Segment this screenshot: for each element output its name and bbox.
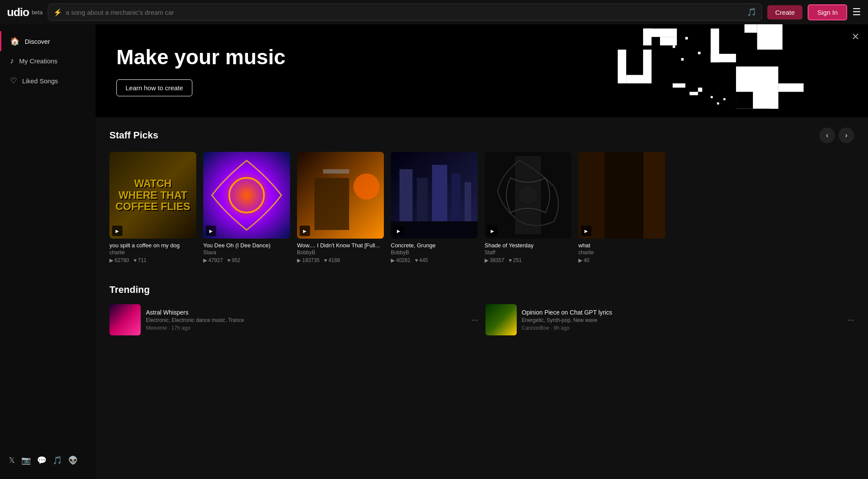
- card-thumbnail[interactable]: ▶: [297, 152, 384, 239]
- play-icon: ▶: [391, 257, 395, 263]
- logo-text: udio: [7, 6, 29, 19]
- more-options-button[interactable]: ···: [472, 315, 478, 325]
- like-count: ♥952: [227, 257, 240, 263]
- svg-rect-6: [673, 46, 675, 48]
- play-button[interactable]: ▶: [393, 226, 404, 236]
- staff-pick-card[interactable]: ▶ Concrete, Grunge BobbyB ▶40281 ♥445: [391, 152, 478, 263]
- play-icon: ▶: [203, 257, 207, 263]
- next-button[interactable]: ›: [838, 128, 854, 143]
- hero-svg: [443, 24, 868, 117]
- heart-icon: ♥: [415, 257, 418, 263]
- svg-rect-32: [417, 178, 428, 221]
- sidebar-item-discover[interactable]: 🏠 Discover: [0, 31, 96, 51]
- discord-icon[interactable]: 💬: [37, 456, 46, 465]
- trending-item[interactable]: Opinion Piece on Chat GPT lyrics Energet…: [485, 304, 855, 335]
- sidebar-item-my-creations[interactable]: ♪ My Creations: [0, 51, 96, 71]
- learn-button[interactable]: Learn how to create: [116, 79, 192, 96]
- search-bar: ⚡ 🎵: [48, 3, 762, 21]
- card-thumbnail[interactable]: ▶: [485, 152, 571, 239]
- svg-rect-35: [465, 182, 471, 221]
- svg-point-39: [519, 187, 537, 204]
- card-author: charlie: [109, 249, 196, 256]
- menu-button[interactable]: ☰: [852, 7, 861, 18]
- play-button[interactable]: ▶: [112, 226, 122, 236]
- tiktok-icon[interactable]: 🎵: [53, 456, 62, 465]
- signin-button[interactable]: Sign In: [808, 4, 847, 20]
- svg-rect-9: [681, 58, 683, 61]
- heart-icon: ♥: [133, 257, 136, 263]
- prev-button[interactable]: ‹: [819, 128, 835, 143]
- camera-icon[interactable]: 🎵: [747, 7, 756, 17]
- staff-pick-card[interactable]: ▶ You Dee Oh (I Dee Dance) Slava ▶47927 …: [203, 152, 290, 263]
- trending-thumbnail: [485, 304, 517, 335]
- sidebar-label-liked-songs: Liked Songs: [22, 77, 58, 85]
- card-stats: ▶38357 ♥251: [485, 257, 571, 263]
- svg-rect-42: [644, 152, 665, 239]
- sidebar-label-discover: Discover: [25, 38, 50, 45]
- svg-rect-22: [717, 102, 719, 105]
- card-stats: ▶183735 ♥4188: [297, 257, 384, 263]
- play-icon: ▶: [578, 257, 582, 263]
- card-thumb-image: WATCH WHERE THAT COFFEE FLIES: [109, 152, 196, 239]
- staff-pick-card[interactable]: ▶ Shade of Yesterday Staff ▶38357 ♥251: [485, 152, 571, 263]
- play-count: ▶38357: [485, 257, 504, 263]
- play-button[interactable]: ▶: [581, 226, 591, 236]
- hero-content: Make your music Learn how to create: [116, 45, 285, 96]
- card-thumb-text: WATCH WHERE THAT COFFEE FLIES: [109, 174, 196, 217]
- home-icon: 🏠: [10, 36, 20, 46]
- svg-rect-15: [698, 88, 702, 92]
- play-button[interactable]: ▶: [206, 226, 216, 236]
- like-count: ♥711: [133, 257, 146, 263]
- like-count: ♥251: [508, 257, 521, 263]
- trending-item[interactable]: Astral Whispers Electronic, Electronic d…: [109, 304, 479, 335]
- trending-meta: Meevime · 17h ago: [146, 325, 466, 331]
- svg-rect-1: [643, 29, 651, 46]
- more-options-button[interactable]: ···: [848, 315, 854, 325]
- trending-title: Astral Whispers: [146, 309, 466, 316]
- layout: 🏠 Discover ♪ My Creations ♡ Liked Songs …: [0, 24, 868, 479]
- card-thumbnail[interactable]: ▶: [578, 152, 665, 239]
- staff-pick-card[interactable]: ▶ what charlie ▶40: [578, 152, 665, 263]
- svg-rect-21: [710, 96, 713, 98]
- hero-banner: Make your music Learn how to create: [96, 24, 868, 117]
- card-title: You Dee Oh (I Dee Dance): [203, 242, 290, 249]
- svg-rect-4: [626, 75, 643, 83]
- card-thumbnail[interactable]: ▶: [203, 152, 290, 239]
- svg-rect-16: [690, 92, 698, 95]
- sidebar-footer: 𝕏 📷 💬 🎵 👽: [0, 449, 96, 472]
- svg-rect-3: [617, 49, 626, 83]
- svg-rect-31: [399, 169, 413, 221]
- twitter-icon[interactable]: 𝕏: [9, 456, 15, 465]
- play-count: ▶47927: [203, 257, 223, 263]
- trending-grid: Astral Whispers Electronic, Electronic d…: [109, 304, 854, 335]
- card-title: Concrete, Grunge: [391, 242, 478, 249]
- sidebar-item-liked-songs[interactable]: ♡ Liked Songs: [0, 71, 96, 91]
- play-button[interactable]: ▶: [300, 226, 310, 236]
- trending-info: Opinion Piece on Chat GPT lyrics Energet…: [522, 309, 842, 331]
- staff-pick-card[interactable]: WATCH WHERE THAT COFFEE FLIES ▶ you spil…: [109, 152, 196, 263]
- reddit-icon[interactable]: 👽: [68, 456, 78, 465]
- hero-title: Make your music: [116, 45, 285, 69]
- search-input[interactable]: [66, 9, 743, 16]
- close-icon[interactable]: ✕: [851, 31, 859, 43]
- card-title: Wow.... I Didn't Know That [Full...: [297, 242, 384, 249]
- create-button[interactable]: Create: [767, 5, 802, 20]
- svg-rect-11: [710, 54, 736, 62]
- svg-rect-14: [673, 83, 685, 88]
- trending-tags: Electronic, Electronic dance music, Tran…: [146, 317, 466, 323]
- trending-title: Trending: [109, 284, 150, 295]
- svg-rect-13: [744, 24, 757, 33]
- logo-beta: beta: [32, 9, 43, 16]
- instagram-icon[interactable]: 📷: [21, 456, 31, 465]
- trending-title: Opinion Piece on Chat GPT lyrics: [522, 309, 842, 316]
- card-thumbnail[interactable]: ▶: [391, 152, 478, 239]
- staff-pick-card[interactable]: ▶ Wow.... I Didn't Know That [Full... Bo…: [297, 152, 384, 263]
- logo: udio beta: [7, 6, 43, 19]
- play-button[interactable]: ▶: [487, 226, 498, 236]
- trending-thumbnail: [109, 304, 141, 335]
- staff-picks-section: Staff Picks ‹ › WATCH WHERE THAT COFFEE …: [96, 117, 868, 274]
- card-stats: ▶47927 ♥952: [203, 257, 290, 263]
- card-thumbnail[interactable]: WATCH WHERE THAT COFFEE FLIES ▶: [109, 152, 196, 239]
- card-title: Shade of Yesterday: [485, 242, 571, 249]
- play-count: ▶40281: [391, 257, 410, 263]
